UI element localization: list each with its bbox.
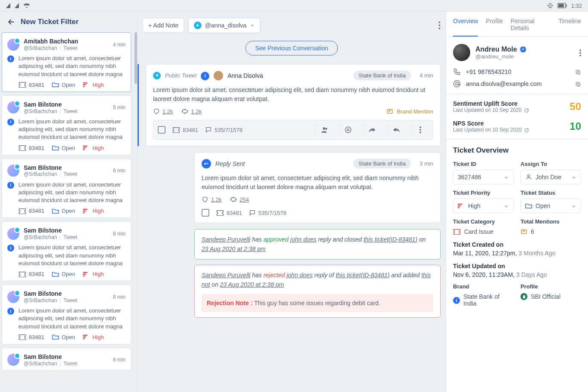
retweet-button[interactable]: 254 — [230, 196, 249, 203]
audit-target-link[interactable]: john does — [287, 272, 313, 279]
twitter-icon: ✦ — [153, 72, 161, 80]
clock-text: 1:32 — [571, 3, 582, 9]
svg-point-13 — [579, 49, 581, 51]
tweet-card: ✦ Public Tweet i Anna Disolva State Bank… — [146, 64, 441, 146]
profile-name: Andreu Mole — [475, 46, 517, 53]
forward-button[interactable] — [363, 124, 380, 136]
assign-to-select[interactable]: John Doe — [521, 170, 581, 184]
handle-label: @anna_disolva — [205, 22, 247, 29]
ticket-time: 6 min — [113, 168, 126, 174]
close-ticket-button[interactable] — [339, 124, 356, 136]
folder-icon — [525, 203, 532, 209]
updated-value: Nov 6, 2020, 11:23AM, — [453, 271, 514, 278]
copy-email-button[interactable] — [575, 80, 581, 87]
ticket-list-item[interactable]: Amitabh Bachchan@SrBachchan|Tweet4 miniL… — [2, 32, 131, 92]
ticket-list-item[interactable]: Sam Bilstone@SrBachchan|Tweet8 miniLorem… — [2, 221, 131, 281]
audit-date-link[interactable]: 23 Aug 2020 at 2:38 pm — [202, 245, 266, 252]
ticket-author-handle: @SrBachchan — [24, 297, 57, 303]
svg-rect-20 — [577, 83, 580, 86]
mentions-value: 6 — [521, 227, 581, 235]
chevron-down-icon — [571, 204, 576, 209]
tab-profile[interactable]: Profile — [486, 18, 503, 37]
tweet-type-label: Public Tweet — [165, 72, 196, 79]
select-checkbox[interactable] — [202, 209, 209, 217]
profile-more-button[interactable] — [579, 49, 581, 56]
card-more-button[interactable] — [411, 124, 429, 136]
see-previous-button[interactable]: See Previous Conversation — [245, 41, 338, 55]
signal-icon — [15, 3, 19, 8]
refresh-icon[interactable] — [524, 127, 529, 133]
brand-dot-icon: i — [453, 297, 460, 304]
avatar — [7, 165, 19, 177]
user-icon — [525, 174, 532, 181]
audit-ticket-link[interactable]: this ticket(ID-83481) — [336, 272, 389, 279]
ticket-author-name: Amitabh Bachchan — [24, 38, 109, 45]
copy-phone-button[interactable] — [575, 68, 581, 75]
add-note-button[interactable]: + Add Note — [143, 18, 184, 33]
ticket-source: Tweet — [64, 171, 77, 177]
reply-icon: ⤺ — [202, 159, 211, 168]
ticket-id-select[interactable]: 3627486 — [453, 170, 514, 184]
handle-dropdown[interactable]: ✦ @anna_disolva — [188, 18, 261, 33]
ticket-list-item[interactable]: Sam Bilstone@SrBachchan|Tweet8 miniLorem… — [2, 285, 131, 344]
location-icon — [547, 3, 553, 9]
like-button[interactable]: 1.2k — [202, 196, 222, 203]
assign-button[interactable] — [315, 124, 332, 136]
select-checkbox[interactable] — [158, 126, 165, 134]
refresh-icon[interactable] — [524, 107, 529, 113]
status-bar: 1:32 — [0, 0, 588, 11]
reply-button[interactable] — [387, 124, 404, 136]
tab-personal-details[interactable]: Personal Details — [511, 18, 551, 37]
ticket-icon — [453, 229, 461, 235]
email-value: anna.disolva@example.com — [466, 80, 542, 87]
brand-dot-icon: i — [7, 182, 14, 189]
back-button[interactable] — [7, 18, 15, 26]
like-button[interactable]: 1.2k — [153, 108, 173, 115]
audit-actor-link[interactable]: Sandeep Puruvelli — [202, 272, 251, 279]
brand-dot-icon: i — [201, 72, 209, 80]
reply-body: Lorem ipsum dolor sit amet, consectetuer… — [202, 174, 433, 192]
ticket-id-badge: 83481 — [216, 210, 242, 216]
tweet-time: 4 min — [420, 72, 433, 79]
ticket-author-name: Sam Bilstone — [24, 290, 109, 297]
priority-badge: High — [83, 271, 104, 277]
status-select[interactable]: Open — [521, 199, 581, 213]
retweet-button[interactable]: 1.2k — [181, 108, 202, 115]
ticket-list-panel: New Ticket Filter Amitabh Bachchan@SrBac… — [0, 12, 138, 392]
status-badge: Open — [52, 271, 75, 277]
priority-select[interactable]: High — [453, 199, 514, 213]
more-button[interactable] — [438, 21, 441, 29]
ticket-list[interactable]: Amitabh Bachchan@SrBachchan|Tweet4 miniL… — [0, 32, 137, 392]
ticket-time: 8 min — [113, 231, 126, 237]
svg-point-7 — [439, 28, 441, 29]
svg-point-11 — [420, 129, 421, 131]
audit-ticket-link[interactable]: this ticket(ID-83481) — [364, 236, 417, 243]
ticket-list-item[interactable]: Sam Bilstone@SrBachchan|Tweet8 min — [2, 348, 131, 371]
tab-overview[interactable]: Overview — [453, 18, 478, 37]
svg-point-1 — [549, 5, 551, 6]
ticket-preview-text: Lorem ipsum dolor sit amet, consectetuer… — [18, 118, 126, 141]
author-name: Anna Disolva — [227, 72, 263, 79]
ticket-list-item[interactable]: Sam Bilstone@SrBachchan|Tweet5 miniLorem… — [2, 95, 131, 155]
add-note-label: + Add Note — [148, 22, 178, 29]
tab-timeline[interactable]: Timeline — [559, 18, 581, 37]
ticket-list-item[interactable]: Sam Bilstone@SrBachchan|Tweet6 miniLorem… — [2, 159, 131, 218]
scrollbar[interactable] — [135, 32, 137, 84]
battery-icon — [557, 3, 567, 8]
created-label: Ticket Created on — [453, 241, 581, 248]
ticket-preview-text: Lorem ipsum dolor sit amet, consectetuer… — [18, 55, 126, 78]
ticket-author-handle: @SrBachchan — [24, 361, 57, 367]
svg-point-12 — [420, 132, 421, 133]
tweet-body: Lorem ipsum dolor sit amet, consectetuer… — [153, 86, 433, 104]
wifi-icon — [23, 3, 30, 8]
audit-date-link[interactable]: 23 Aug 2020 at 2:38 pm — [220, 281, 284, 288]
details-tabs: Overview Profile Personal Details Timeli… — [446, 12, 588, 37]
created-value: Mar 11, 2020, 12:27pm, — [453, 250, 517, 257]
audit-actor-link[interactable]: Sandeep Puruvelli — [202, 236, 251, 243]
ticket-source: Tweet — [64, 45, 77, 51]
phone-row: +91 9876543210 — [453, 68, 581, 76]
ticket-id-badge: 83481 — [172, 127, 198, 133]
svg-point-15 — [579, 55, 581, 56]
audit-target-link[interactable]: john does — [290, 236, 316, 243]
author-avatar — [214, 71, 223, 80]
